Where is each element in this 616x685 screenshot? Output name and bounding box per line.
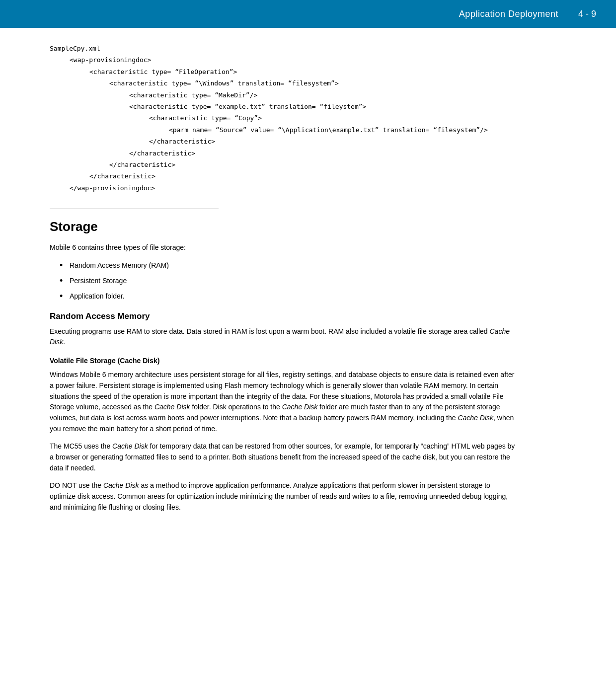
volatile-heading: Volatile File Storage (Cache Disk) <box>50 357 517 365</box>
xml-line-1: <wap-provisioningdoc> <box>70 54 517 66</box>
xml-line-2: <characteristic type= “FileOperation”> <box>89 66 517 77</box>
list-item: Persistent Storage <box>60 276 517 286</box>
list-item: Random Access Memory (RAM) <box>60 260 517 271</box>
volatile-para-2: The MC55 uses the Cache Disk for tempora… <box>50 441 517 473</box>
section-divider <box>50 209 219 209</box>
xml-filename: SampleCpy.xml <box>50 43 517 54</box>
list-item: Application folder. <box>60 291 517 302</box>
xml-block: SampleCpy.xml <wap-provisioningdoc> <cha… <box>50 43 517 194</box>
main-content: SampleCpy.xml <wap-provisioningdoc> <cha… <box>0 28 546 539</box>
volatile-para-1: Windows Mobile 6 memory architecture use… <box>50 370 517 434</box>
xml-line-6: <characteristic type= “Copy”> <box>149 112 517 124</box>
storage-heading: Storage <box>50 219 517 234</box>
xml-line-5: <characteristic type= “example.txt” tran… <box>129 101 517 112</box>
volatile-para-3: DO NOT use the Cache Disk as a method to… <box>50 480 517 513</box>
xml-line-3: <characteristic type= “\Windows” transla… <box>109 77 517 89</box>
xml-line-4: <characteristic type= “MakeDir”/> <box>129 89 517 101</box>
xml-line-10: </characteristic> <box>109 159 517 170</box>
header-title: Application Deployment <box>459 9 558 19</box>
xml-line-8: </characteristic> <box>149 136 517 147</box>
xml-line-12: </wap-provisioningdoc> <box>70 182 517 194</box>
xml-line-9: </characteristic> <box>129 148 517 159</box>
ram-heading: Random Access Memory <box>50 311 517 321</box>
storage-intro: Mobile 6 contains three types of file st… <box>50 242 517 253</box>
header-page: 4 - 9 <box>578 9 596 19</box>
xml-line-11: </characteristic> <box>89 170 517 182</box>
ram-body: Executing programs use RAM to store data… <box>50 326 517 348</box>
header-bar: Application Deployment 4 - 9 <box>0 0 616 28</box>
storage-bullet-list: Random Access Memory (RAM) Persistent St… <box>50 260 517 302</box>
xml-line-7: <parm name= “Source” value= “\Applicatio… <box>169 124 517 136</box>
